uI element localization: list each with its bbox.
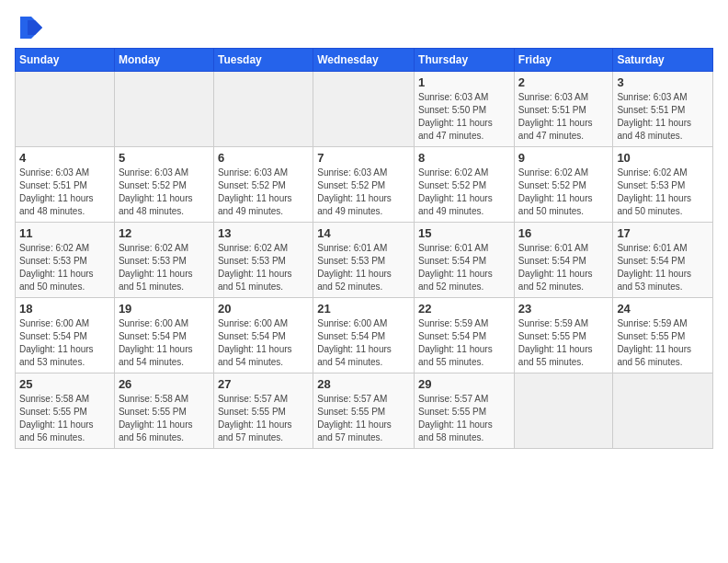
day-number: 9 bbox=[518, 151, 609, 165]
day-number: 21 bbox=[317, 302, 410, 316]
day-info: Sunrise: 5:57 AM Sunset: 5:55 PM Dayligh… bbox=[317, 393, 410, 444]
calendar-cell: 25Sunrise: 5:58 AM Sunset: 5:55 PM Dayli… bbox=[16, 373, 115, 449]
day-number: 1 bbox=[418, 75, 510, 89]
day-number: 12 bbox=[119, 226, 210, 240]
calendar-cell: 19Sunrise: 6:00 AM Sunset: 5:54 PM Dayli… bbox=[114, 298, 213, 373]
logo bbox=[15, 15, 42, 40]
day-info: Sunrise: 6:01 AM Sunset: 5:54 PM Dayligh… bbox=[418, 242, 510, 293]
weekday-header: Monday bbox=[114, 49, 213, 72]
day-number: 25 bbox=[19, 377, 110, 391]
calendar-cell: 16Sunrise: 6:01 AM Sunset: 5:54 PM Dayli… bbox=[514, 223, 613, 298]
day-info: Sunrise: 6:03 AM Sunset: 5:52 PM Dayligh… bbox=[218, 167, 309, 218]
calendar-cell: 9Sunrise: 6:02 AM Sunset: 5:52 PM Daylig… bbox=[514, 147, 613, 223]
logo-icon bbox=[15, 15, 42, 40]
calendar-cell: 22Sunrise: 5:59 AM Sunset: 5:54 PM Dayli… bbox=[415, 298, 515, 373]
calendar-cell: 18Sunrise: 6:00 AM Sunset: 5:54 PM Dayli… bbox=[16, 298, 115, 373]
weekday-header: Thursday bbox=[415, 49, 515, 72]
weekday-header: Sunday bbox=[16, 49, 115, 72]
calendar-cell bbox=[114, 72, 213, 147]
day-info: Sunrise: 6:01 AM Sunset: 5:54 PM Dayligh… bbox=[617, 242, 709, 293]
calendar-cell: 26Sunrise: 5:58 AM Sunset: 5:55 PM Dayli… bbox=[114, 373, 213, 449]
calendar-cell: 27Sunrise: 5:57 AM Sunset: 5:55 PM Dayli… bbox=[213, 373, 313, 449]
day-info: Sunrise: 6:02 AM Sunset: 5:52 PM Dayligh… bbox=[518, 167, 609, 218]
calendar-cell: 7Sunrise: 6:03 AM Sunset: 5:52 PM Daylig… bbox=[313, 147, 415, 223]
calendar-cell: 24Sunrise: 5:59 AM Sunset: 5:55 PM Dayli… bbox=[613, 298, 713, 373]
day-info: Sunrise: 6:00 AM Sunset: 5:54 PM Dayligh… bbox=[218, 317, 309, 369]
calendar-cell: 8Sunrise: 6:02 AM Sunset: 5:52 PM Daylig… bbox=[415, 147, 515, 223]
day-info: Sunrise: 6:00 AM Sunset: 5:54 PM Dayligh… bbox=[119, 317, 210, 369]
day-number: 27 bbox=[218, 377, 309, 391]
day-number: 23 bbox=[518, 302, 609, 316]
day-number: 20 bbox=[218, 302, 309, 316]
day-info: Sunrise: 6:00 AM Sunset: 5:54 PM Dayligh… bbox=[317, 317, 410, 369]
day-info: Sunrise: 6:01 AM Sunset: 5:54 PM Dayligh… bbox=[518, 242, 609, 293]
calendar-cell: 13Sunrise: 6:02 AM Sunset: 5:53 PM Dayli… bbox=[213, 223, 313, 298]
day-info: Sunrise: 6:02 AM Sunset: 5:53 PM Dayligh… bbox=[617, 167, 709, 218]
day-info: Sunrise: 6:02 AM Sunset: 5:53 PM Dayligh… bbox=[19, 242, 110, 293]
weekday-header: Tuesday bbox=[213, 49, 313, 72]
calendar-table: SundayMondayTuesdayWednesdayThursdayFrid… bbox=[15, 48, 713, 449]
day-number: 8 bbox=[418, 151, 510, 165]
day-info: Sunrise: 6:02 AM Sunset: 5:52 PM Dayligh… bbox=[418, 167, 510, 218]
day-number: 26 bbox=[119, 377, 210, 391]
day-number: 22 bbox=[418, 302, 510, 316]
day-number: 24 bbox=[617, 302, 709, 316]
calendar-cell: 17Sunrise: 6:01 AM Sunset: 5:54 PM Dayli… bbox=[613, 223, 713, 298]
weekday-header: Wednesday bbox=[313, 49, 415, 72]
day-number: 2 bbox=[518, 75, 609, 89]
day-number: 29 bbox=[418, 377, 510, 391]
day-number: 28 bbox=[317, 377, 410, 391]
calendar-cell bbox=[514, 373, 613, 449]
calendar-cell: 12Sunrise: 6:02 AM Sunset: 5:53 PM Dayli… bbox=[114, 223, 213, 298]
day-info: Sunrise: 6:03 AM Sunset: 5:52 PM Dayligh… bbox=[317, 167, 410, 218]
day-info: Sunrise: 6:03 AM Sunset: 5:52 PM Dayligh… bbox=[119, 167, 210, 218]
day-info: Sunrise: 5:59 AM Sunset: 5:55 PM Dayligh… bbox=[617, 317, 709, 369]
day-info: Sunrise: 6:03 AM Sunset: 5:50 PM Dayligh… bbox=[418, 91, 510, 143]
calendar-cell: 6Sunrise: 6:03 AM Sunset: 5:52 PM Daylig… bbox=[213, 147, 313, 223]
day-number: 6 bbox=[218, 151, 309, 165]
calendar-cell: 14Sunrise: 6:01 AM Sunset: 5:53 PM Dayli… bbox=[313, 223, 415, 298]
calendar-cell: 28Sunrise: 5:57 AM Sunset: 5:55 PM Dayli… bbox=[313, 373, 415, 449]
day-info: Sunrise: 5:57 AM Sunset: 5:55 PM Dayligh… bbox=[418, 393, 510, 444]
day-number: 15 bbox=[418, 226, 510, 240]
day-number: 10 bbox=[617, 151, 709, 165]
day-number: 16 bbox=[518, 226, 609, 240]
day-info: Sunrise: 5:57 AM Sunset: 5:55 PM Dayligh… bbox=[218, 393, 309, 444]
day-info: Sunrise: 6:03 AM Sunset: 5:51 PM Dayligh… bbox=[518, 91, 609, 143]
day-number: 5 bbox=[119, 151, 210, 165]
day-info: Sunrise: 6:01 AM Sunset: 5:53 PM Dayligh… bbox=[317, 242, 410, 293]
day-info: Sunrise: 5:59 AM Sunset: 5:54 PM Dayligh… bbox=[418, 317, 510, 369]
day-number: 18 bbox=[19, 302, 110, 316]
day-number: 13 bbox=[218, 226, 309, 240]
day-info: Sunrise: 5:58 AM Sunset: 5:55 PM Dayligh… bbox=[119, 393, 210, 444]
calendar-cell: 21Sunrise: 6:00 AM Sunset: 5:54 PM Dayli… bbox=[313, 298, 415, 373]
day-info: Sunrise: 6:02 AM Sunset: 5:53 PM Dayligh… bbox=[218, 242, 309, 293]
day-info: Sunrise: 6:00 AM Sunset: 5:54 PM Dayligh… bbox=[19, 317, 110, 369]
day-number: 3 bbox=[617, 75, 709, 89]
calendar-cell bbox=[16, 72, 115, 147]
calendar-cell bbox=[213, 72, 313, 147]
calendar-cell: 11Sunrise: 6:02 AM Sunset: 5:53 PM Dayli… bbox=[16, 223, 115, 298]
calendar-cell: 10Sunrise: 6:02 AM Sunset: 5:53 PM Dayli… bbox=[613, 147, 713, 223]
day-number: 14 bbox=[317, 226, 410, 240]
calendar-cell: 1Sunrise: 6:03 AM Sunset: 5:50 PM Daylig… bbox=[415, 72, 515, 147]
day-info: Sunrise: 6:02 AM Sunset: 5:53 PM Dayligh… bbox=[119, 242, 210, 293]
weekday-header: Saturday bbox=[613, 49, 713, 72]
calendar-cell: 2Sunrise: 6:03 AM Sunset: 5:51 PM Daylig… bbox=[514, 72, 613, 147]
day-info: Sunrise: 6:03 AM Sunset: 5:51 PM Dayligh… bbox=[617, 91, 709, 143]
calendar-cell: 15Sunrise: 6:01 AM Sunset: 5:54 PM Dayli… bbox=[415, 223, 515, 298]
calendar-cell: 5Sunrise: 6:03 AM Sunset: 5:52 PM Daylig… bbox=[114, 147, 213, 223]
day-info: Sunrise: 6:03 AM Sunset: 5:51 PM Dayligh… bbox=[19, 167, 110, 218]
calendar-cell bbox=[313, 72, 415, 147]
day-number: 7 bbox=[317, 151, 410, 165]
calendar-cell: 20Sunrise: 6:00 AM Sunset: 5:54 PM Dayli… bbox=[213, 298, 313, 373]
calendar-cell: 29Sunrise: 5:57 AM Sunset: 5:55 PM Dayli… bbox=[415, 373, 515, 449]
day-info: Sunrise: 5:58 AM Sunset: 5:55 PM Dayligh… bbox=[19, 393, 110, 444]
calendar-cell: 23Sunrise: 5:59 AM Sunset: 5:55 PM Dayli… bbox=[514, 298, 613, 373]
day-number: 4 bbox=[19, 151, 110, 165]
calendar-cell bbox=[613, 373, 713, 449]
calendar-cell: 4Sunrise: 6:03 AM Sunset: 5:51 PM Daylig… bbox=[16, 147, 115, 223]
svg-marker-1 bbox=[28, 20, 42, 35]
day-info: Sunrise: 5:59 AM Sunset: 5:55 PM Dayligh… bbox=[518, 317, 609, 369]
day-number: 11 bbox=[19, 226, 110, 240]
